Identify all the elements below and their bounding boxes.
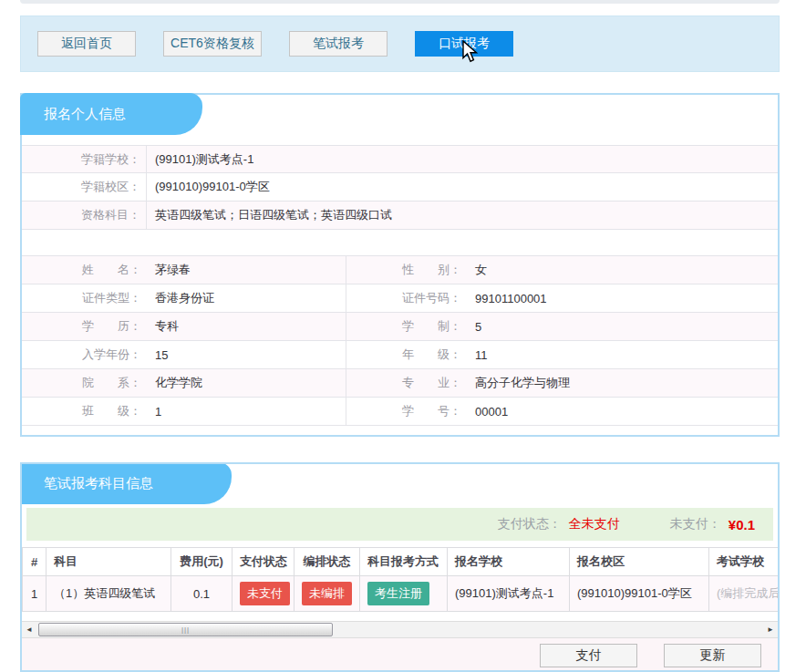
school-label: 学籍学校： (22, 146, 147, 172)
return-home-button[interactable]: 返回首页 (37, 31, 136, 57)
scroll-left-icon[interactable]: ◄ (22, 622, 36, 637)
scroll-right-icon[interactable]: ► (763, 622, 778, 637)
toolbar: 返回首页 CET6资格复核 笔试报考 口试报考 (20, 16, 780, 72)
unarranged-badge: 未编排 (302, 582, 352, 605)
written-subjects-title: 笔试报考科目信息 (20, 462, 232, 504)
id-number-value: 99101100001 (467, 284, 547, 312)
unpaid-label: 未支付： (670, 516, 721, 532)
name-value: 茅绿春 (147, 256, 191, 284)
cell-fee: 0.1 (171, 576, 232, 612)
personal-info-title: 报名个人信息 (20, 93, 202, 135)
payment-status-label: 支付状态： (498, 516, 562, 532)
cet6-review-button[interactable]: CET6资格复核 (163, 31, 262, 57)
col-fee: 费用(元) (171, 548, 232, 576)
department-value: 化学学院 (147, 369, 202, 397)
major-label: 专 业： (346, 369, 467, 397)
unpaid-badge: 未支付 (240, 582, 290, 605)
candidate-register-badge: 考生注册 (367, 582, 429, 605)
student-id-label: 学 号： (346, 398, 467, 425)
col-index: # (23, 548, 46, 576)
schooling-length-value: 5 (467, 313, 481, 340)
schooling-length-label: 学 制： (346, 313, 467, 340)
col-subject: 科目 (46, 548, 171, 576)
student-id-value: 00001 (467, 398, 508, 425)
cell-subject: （1）英语四级笔试 (46, 576, 171, 612)
cell-pay-status: 未支付 (232, 576, 294, 612)
enroll-year-label: 入学年份： (22, 341, 147, 368)
cell-arrange-status: 未编排 (294, 576, 360, 612)
school-value: (99101)测试考点-1 (147, 146, 253, 172)
subjects-table-viewport: # 科目 费用(元) 支付状态 编排状态 科目报考方式 报名学校 报名校区 考试… (22, 547, 778, 612)
enroll-year-value: 15 (147, 341, 168, 368)
row-name-gender: 姓 名： 茅绿春 性 别： 女 (22, 256, 778, 284)
cell-exam-school: (编排完成后 (709, 576, 779, 612)
row-department-major: 院 系： 化学学院 专 业： 高分子化学与物理 (22, 369, 778, 398)
department-label: 院 系： (22, 369, 147, 397)
unpaid-amount: ¥0.1 (728, 517, 755, 532)
grade-label: 年 级： (346, 341, 467, 368)
grade-value: 11 (467, 341, 488, 368)
col-pay-status: 支付状态 (232, 548, 294, 576)
col-exam-school: 考试学校 (709, 548, 779, 576)
personal-info-panel: 报名个人信息 学籍学校： (99101)测试考点-1 学籍校区： (991010… (20, 93, 780, 437)
name-label: 姓 名： (22, 256, 147, 284)
pay-button[interactable]: 支付 (540, 644, 637, 667)
gender-label: 性 别： (346, 256, 467, 284)
oral-exam-register-button[interactable]: 口试报考 (415, 31, 513, 57)
campus-value: (991010)99101-0学区 (147, 173, 270, 201)
col-reg-campus: 报名校区 (570, 548, 709, 576)
row-campus: 学籍校区： (991010)99101-0学区 (22, 173, 778, 202)
qualified-subjects-label: 资格科目： (22, 202, 147, 229)
col-reg-method: 科目报考方式 (360, 548, 448, 576)
class-label: 班 级： (22, 398, 147, 425)
gender-value: 女 (467, 256, 487, 284)
class-value: 1 (147, 398, 161, 425)
table-row: 1 （1）英语四级笔试 0.1 未支付 未编排 考生注册 (99101)测试考点… (23, 576, 779, 612)
id-type-label: 证件类型： (22, 284, 147, 312)
id-number-label: 证件号码： (346, 284, 467, 312)
page-top-divider (20, 0, 780, 4)
refresh-button[interactable]: 更新 (664, 644, 761, 667)
cell-index: 1 (23, 576, 46, 612)
table-header-row: # 科目 费用(元) 支付状态 编排状态 科目报考方式 报名学校 报名校区 考试… (23, 548, 779, 576)
cell-reg-school: (99101)测试考点-1 (448, 576, 570, 612)
degree-label: 学 历： (22, 313, 147, 340)
row-enrollyear-grade: 入学年份： 15 年 级： 11 (22, 341, 778, 369)
payment-status-bar: 支付状态： 全未支付 未支付： ¥0.1 (26, 508, 773, 541)
degree-value: 专科 (147, 313, 179, 340)
horizontal-scrollbar[interactable]: ◄ ||| ► (22, 621, 778, 638)
col-reg-school: 报名学校 (448, 548, 570, 576)
id-type-value: 香港身份证 (147, 284, 214, 312)
row-class-studentid: 班 级： 1 学 号： 00001 (22, 398, 778, 426)
subjects-table: # 科目 费用(元) 支付状态 编排状态 科目报考方式 报名学校 报名校区 考试… (22, 547, 778, 612)
row-idtype-idnumber: 证件类型： 香港身份证 证件号码： 99101100001 (22, 284, 778, 313)
cell-reg-campus: (991010)99101-0学区 (570, 576, 709, 612)
row-degree-years: 学 历： 专科 学 制： 5 (22, 313, 778, 341)
scrollbar-grip-icon: ||| (181, 626, 190, 634)
col-arrange-status: 编排状态 (294, 548, 360, 576)
spacer-row (22, 230, 778, 256)
written-subjects-panel: 笔试报考科目信息 支付状态： 全未支付 未支付： ¥0.1 # 科目 费用(元)… (20, 462, 780, 672)
qualified-subjects-value: 英语四级笔试；日语四级笔试；英语四级口试 (147, 202, 392, 229)
written-exam-register-button[interactable]: 笔试报考 (289, 31, 388, 57)
payment-status-value: 全未支付 (569, 516, 620, 532)
scrollbar-thumb[interactable]: ||| (38, 623, 333, 636)
major-value: 高分子化学与物理 (467, 369, 570, 397)
row-qualified-subjects: 资格科目： 英语四级笔试；日语四级笔试；英语四级口试 (22, 202, 778, 230)
action-bar: 支付 更新 (22, 638, 778, 672)
row-school: 学籍学校： (99101)测试考点-1 (22, 145, 778, 173)
cell-reg-method: 考生注册 (360, 576, 448, 612)
campus-label: 学籍校区： (22, 173, 147, 201)
